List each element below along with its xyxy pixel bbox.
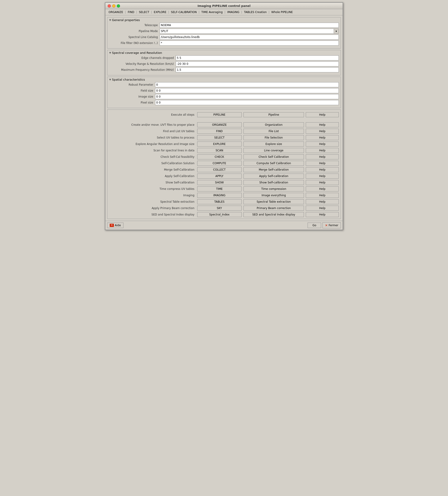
step-action-btn[interactable]: TABLES [197,199,242,204]
pipeline-mode-dropdown-btn[interactable]: ▼ [334,29,339,34]
bottom-bar: ?! Aide Go ✕ Fermer [105,221,343,230]
step-doc-btn[interactable]: Primary Beam correction [244,206,304,211]
step-help-btn[interactable]: Help [306,122,339,127]
fermer-button[interactable]: ✕ Fermer [323,222,341,228]
velocity-input[interactable] [176,61,339,66]
step-doc-btn[interactable]: Compute Self Calibration [244,161,304,166]
step-label: Select UV tables to process [108,134,196,141]
field-size-input[interactable] [155,88,339,93]
step-action-btn[interactable]: APPLY [197,174,242,179]
minimize-button[interactable] [112,4,115,8]
table-row: SED and Spectral Index display Spectral_… [108,211,340,218]
pipeline-help-btn[interactable]: Help [306,112,339,117]
robust-row: Robust Parameter [109,82,339,87]
go-button[interactable]: Go [308,223,321,228]
execute-all-label: Execute all steps [108,111,196,118]
spectral-catalog-input[interactable] [160,35,339,40]
robust-label: Robust Parameter [109,83,155,86]
step-action-btn[interactable]: CHECK [197,154,242,159]
spectral-collapse-icon[interactable]: ▼ [109,51,111,54]
telescope-label: Telescope [109,24,160,27]
step-doc-btn[interactable]: Check Self Calibration [244,154,304,159]
step-doc-btn[interactable]: SED and Spectral Index display [244,212,304,217]
step-doc-btn[interactable]: Time compression [244,186,304,191]
step-help-btn[interactable]: Help [306,186,339,191]
menu-explore[interactable]: EXPLORE [153,10,168,14]
image-size-input[interactable] [155,94,339,99]
step-action-btn[interactable]: Spectral_Index [197,212,242,217]
pipeline-doc-btn[interactable]: Pipeline [244,112,304,117]
step-doc-btn[interactable]: File List [244,129,304,134]
step-label: Explore Angular Resolution and Image siz… [108,141,196,147]
step-help-btn[interactable]: Help [306,199,339,204]
step-help-btn[interactable]: Help [306,206,339,211]
menu-find[interactable]: FIND [126,10,136,14]
table-row: Apply Self-Calibration APPLY Apply Self-… [108,173,340,179]
step-action-btn[interactable]: IMAGING [197,193,242,198]
velocity-label: Velocity Range & Resolution (km/s) [109,62,176,65]
step-help-btn[interactable]: Help [306,167,339,172]
spectral-section-header: ▼ Spectral coverage and Resolution [109,51,339,55]
spatial-collapse-icon[interactable]: ▼ [109,78,111,81]
step-help-btn[interactable]: Help [306,174,339,179]
menu-imaging[interactable]: IMAGING [226,10,241,14]
pixel-size-label: Pixel size [109,101,155,104]
execute-all-row: Execute all steps PIPELINE Pipeline Help [108,111,340,118]
robust-input[interactable] [155,82,339,87]
step-help-btn[interactable]: Help [306,161,339,166]
step-help-btn[interactable]: Help [306,148,339,153]
step-action-btn[interactable]: SCAN [197,148,242,153]
step-action-btn[interactable]: SELECT [197,135,242,140]
menu-select[interactable]: SELECT [138,10,151,14]
table-row: Select UV tables to process SELECT File … [108,134,340,141]
step-action-btn[interactable]: SKY [197,206,242,211]
menu-time-averaging[interactable]: TIME Averaging [200,10,224,14]
edge-channels-input[interactable] [176,55,339,61]
telescope-input[interactable] [160,23,339,28]
step-action-btn[interactable]: TIME [197,186,242,191]
step-action-btn[interactable]: COLLECT [197,167,242,172]
step-help-btn[interactable]: Help [306,141,339,147]
pixel-size-input[interactable] [155,100,339,105]
table-row: Explore Angular Resolution and Image siz… [108,141,340,147]
menu-tables-creation[interactable]: TABLES Creation [243,10,268,14]
step-doc-btn[interactable]: Show Self-calibration [244,180,304,185]
step-help-btn[interactable]: Help [306,129,339,134]
close-button[interactable] [108,4,111,8]
step-action-btn[interactable]: EXPLORE [197,141,242,147]
step-doc-btn[interactable]: Spectral Table extraction [244,199,304,204]
step-doc-btn[interactable]: Apply Self-calibration [244,174,304,179]
step-help-btn[interactable]: Help [306,212,339,217]
step-label: Find and List UV tables [108,128,196,134]
step-action-btn[interactable]: COMPUTE [197,161,242,166]
aide-button[interactable]: ?! Aide [107,223,124,228]
collapse-icon[interactable]: ▼ [109,19,111,21]
step-help-btn[interactable]: Help [306,180,339,185]
pipeline-mode-input[interactable] [160,29,334,34]
menu-organize[interactable]: ORGANIZE [107,10,124,14]
step-help-btn[interactable]: Help [306,193,339,198]
step-action-btn[interactable]: ORGANIZE [197,122,242,127]
step-help-btn[interactable]: Help [306,154,339,159]
step-action-btn[interactable]: FIND [197,129,242,134]
file-filter-input[interactable] [160,41,339,46]
step-doc-btn[interactable]: File Selection [244,135,304,140]
menu-whole-pipeline[interactable]: Whole PIPELINE [270,10,294,14]
step-doc-btn[interactable]: Merge Self-calibration [244,167,304,172]
maximize-button[interactable] [117,4,120,8]
menu-self-calibration[interactable]: SELF-CALIBRATION [170,10,198,14]
step-doc-btn[interactable]: Image everything [244,193,304,198]
max-freq-input[interactable] [176,67,339,72]
step-doc-btn[interactable]: Organization [244,122,304,127]
step-label: Scan for spectral lines in data [108,147,196,154]
step-doc-btn[interactable]: Line coverage [244,148,304,153]
step-label: Show Self-calibration [108,179,196,186]
spatial-section-title: Spatial characteristics [112,78,145,81]
table-row: Imaging IMAGING Image everything Help [108,192,340,199]
table-row: Time compress UV tables TIME Time compre… [108,186,340,192]
pipeline-action-btn[interactable]: PIPELINE [197,112,242,117]
table-row: Check Self-Cal feasibility CHECK Check S… [108,154,340,160]
step-doc-btn[interactable]: Explore size [244,141,304,147]
step-action-btn[interactable]: SHOW [197,180,242,185]
step-help-btn[interactable]: Help [306,135,339,140]
